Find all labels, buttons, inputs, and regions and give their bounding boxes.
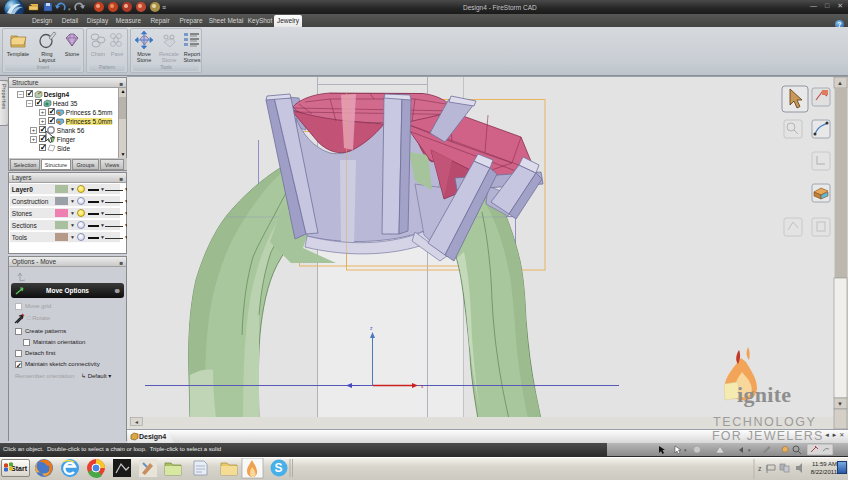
svg-text:▲: ▲ xyxy=(837,80,843,86)
svg-text:▾: ▾ xyxy=(748,447,751,453)
svg-text:S: S xyxy=(275,461,283,475)
svg-text:▾: ▾ xyxy=(68,6,71,12)
svg-text:▼: ▼ xyxy=(837,401,843,407)
svg-text:z: z xyxy=(758,465,762,472)
svg-text:ignite: ignite xyxy=(737,382,791,407)
svg-text:◄: ◄ xyxy=(134,419,139,425)
svg-text:≡: ≡ xyxy=(162,4,166,11)
svg-text:▾: ▾ xyxy=(684,447,687,453)
